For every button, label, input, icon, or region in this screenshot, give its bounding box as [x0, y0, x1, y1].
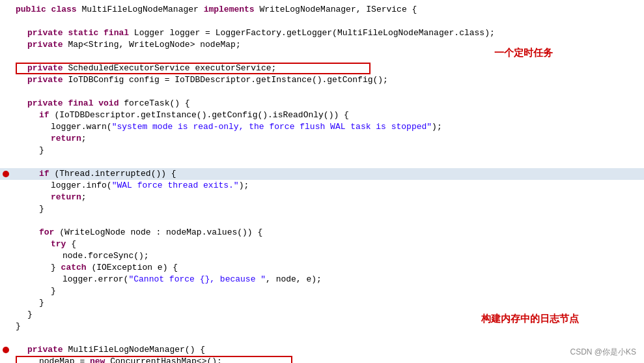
code-line-31: nodeMap = new ConcurrentHashMap<>(); [0, 356, 644, 363]
code-text-18: } [12, 203, 637, 215]
code-line-22: node.forceSync(); [0, 250, 644, 262]
code-line-10: if (IoTDBDescriptor.getInstance().getCon… [0, 109, 644, 121]
watermark: CSDN @你是小KS [570, 347, 636, 358]
annotation-1: 一个定时任务 [494, 47, 553, 59]
code-line-3: private static final Logger logger = Log… [0, 27, 644, 39]
code-line-1: public class MultiFileLogNodeManager imp… [0, 4, 644, 16]
code-text-22: node.forceSync(); [12, 250, 637, 262]
line-gutter-30 [0, 347, 12, 353]
code-text-13: } [12, 145, 637, 156]
code-line-2 [0, 16, 644, 27]
code-text-20: for (WriteLogNode node : nodeMap.values(… [12, 227, 637, 239]
code-text-7: private IoTDBConfig config = IoTDBDescri… [12, 74, 637, 86]
code-line-21: try { [0, 239, 644, 250]
code-line-15: if (Thread.interrupted()) { [0, 168, 644, 180]
code-line-7: private IoTDBConfig config = IoTDBDescri… [0, 74, 644, 86]
code-text-25: } [12, 285, 637, 297]
code-text-12: return; [12, 133, 637, 145]
code-text-3: private static final Logger logger = Log… [12, 27, 637, 39]
code-text-2 [12, 16, 637, 27]
annotation-2: 构建内存中的日志节点 [481, 313, 579, 325]
code-text-19 [12, 215, 637, 227]
code-line-29 [0, 332, 644, 344]
code-text-24: logger.error("Cannot force {}, because "… [12, 274, 637, 285]
code-line-9: private final void forceTask() { [0, 98, 644, 109]
code-text-15: if (Thread.interrupted()) { [12, 168, 637, 180]
code-line-25: } [0, 285, 644, 297]
code-line-26: } [0, 297, 644, 309]
line-gutter-15 [0, 171, 12, 177]
code-line-18: } [0, 203, 644, 215]
code-container: public class MultiFileLogNodeManager imp… [0, 0, 644, 363]
code-text-14 [12, 156, 637, 168]
code-text-8 [12, 86, 637, 98]
code-text-26: } [12, 297, 637, 309]
code-line-23: } catch (IOException e) { [0, 262, 644, 274]
code-text-9: private final void forceTask() { [12, 98, 637, 109]
code-line-13: } [0, 145, 644, 156]
code-text-23: } catch (IOException e) { [12, 262, 637, 274]
code-line-14 [0, 156, 644, 168]
code-text-1: public class MultiFileLogNodeManager imp… [12, 4, 637, 16]
code-line-11: logger.warn("system mode is read-only, t… [0, 121, 644, 133]
code-line-8 [0, 86, 644, 98]
code-text-6: private ScheduledExecutorService executo… [12, 63, 637, 74]
code-line-24: logger.error("Cannot force {}, because "… [0, 274, 644, 285]
breakpoint-dot [3, 347, 9, 353]
code-line-30: private MultiFileLogNodeManager() { [0, 344, 644, 356]
code-text-17: return; [12, 192, 637, 203]
code-text-10: if (IoTDBDescriptor.getInstance().getCon… [12, 109, 637, 121]
code-line-12: return; [0, 133, 644, 145]
code-text-30: private MultiFileLogNodeManager() { [12, 344, 637, 356]
code-text-11: logger.warn("system mode is read-only, t… [12, 121, 637, 133]
code-text-29 [12, 332, 637, 344]
code-text-21: try { [12, 239, 637, 250]
breakpoint-dot [3, 171, 9, 177]
code-line-19 [0, 215, 644, 227]
code-line-16: logger.info("WAL force thread exits."); [0, 180, 644, 192]
code-line-6: private ScheduledExecutorService executo… [0, 63, 644, 74]
code-text-31: nodeMap = new ConcurrentHashMap<>(); [12, 356, 637, 363]
code-text-16: logger.info("WAL force thread exits."); [12, 180, 637, 192]
code-line-17: return; [0, 192, 644, 203]
code-line-20: for (WriteLogNode node : nodeMap.values(… [0, 227, 644, 239]
